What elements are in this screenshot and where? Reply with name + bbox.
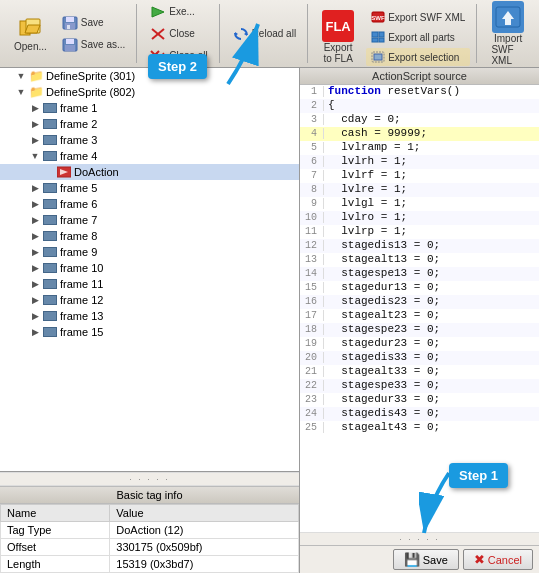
line-number: 20	[300, 352, 324, 363]
line-content: lvlrp = 1;	[328, 225, 539, 237]
line-number: 1	[300, 86, 324, 97]
cancel-action-label: Cancel	[488, 554, 522, 566]
open-button[interactable]: Open...	[8, 11, 53, 56]
fla-icon: FLA	[322, 10, 354, 42]
tree-expand-icon[interactable]: ▼	[14, 87, 28, 97]
frame-icon	[43, 311, 57, 321]
frame-icon	[43, 151, 57, 161]
tree-expand-icon[interactable]: ▶	[28, 215, 42, 225]
line-content: stagespe13 = 0;	[328, 267, 539, 279]
tree-item-label: frame 9	[60, 246, 97, 258]
tree-item[interactable]: DoAction	[0, 164, 299, 180]
close-all-button[interactable]: Close all	[145, 46, 212, 66]
exe-close-group: Exe... Close Close all	[145, 2, 212, 66]
code-line: 14 stagespe13 = 0;	[300, 267, 539, 281]
export-to-fla-label: Export	[324, 42, 353, 53]
tree-item[interactable]: ▶frame 11	[0, 276, 299, 292]
export-all-parts-button[interactable]: Export all parts	[366, 28, 470, 46]
reload-all-label: Reload all	[252, 28, 296, 39]
line-number: 24	[300, 408, 324, 419]
export-to-fla-button[interactable]: FLA Export to FLA	[316, 6, 360, 68]
frame-icon	[43, 263, 57, 273]
code-area[interactable]: 1function resetVars()2{3 cday = 0;4 cash…	[300, 85, 539, 532]
tree-item[interactable]: ▼📁DefineSprite (802)	[0, 84, 299, 100]
tree-expand-icon[interactable]: ▶	[28, 263, 42, 273]
save-button[interactable]: Save	[57, 13, 130, 33]
close-button[interactable]: Close	[145, 24, 212, 44]
tree-item[interactable]: ▶frame 12	[0, 292, 299, 308]
tree-expand-icon[interactable]: ▶	[28, 311, 42, 321]
tree-expand-icon[interactable]: ▶	[28, 279, 42, 289]
code-line: 24 stagedis43 = 0;	[300, 407, 539, 421]
import-group: Import SWF XML	[479, 4, 537, 63]
main-area: ▼📁DefineSprite (301)▼📁DefineSprite (802)…	[0, 68, 539, 573]
tree-item-label: DefineSprite (301)	[46, 70, 135, 82]
line-content: stagedis33 = 0;	[328, 351, 539, 363]
tree-expand-icon[interactable]: ▶	[28, 247, 42, 257]
tree-item[interactable]: ▶frame 9	[0, 244, 299, 260]
tree-expand-icon[interactable]: ▶	[28, 231, 42, 241]
tag-table-header-name: Name	[1, 505, 110, 522]
tree-item[interactable]: ▶frame 6	[0, 196, 299, 212]
execute-button[interactable]: Exe...	[145, 2, 212, 22]
export-swf-xml-button[interactable]: SWF Export SWF XML	[366, 8, 470, 26]
code-line: 17 stagealt23 = 0;	[300, 309, 539, 323]
tree-item[interactable]: ▶frame 1	[0, 100, 299, 116]
export-selection-button[interactable]: Export selection	[366, 48, 470, 66]
reload-all-button[interactable]: Reload all	[228, 24, 301, 44]
line-number: 16	[300, 296, 324, 307]
line-number: 25	[300, 422, 324, 433]
save-action-button[interactable]: 💾 Save	[393, 549, 459, 570]
tree-item[interactable]: ▶frame 5	[0, 180, 299, 196]
code-line: 5 lvlramp = 1;	[300, 141, 539, 155]
line-number: 17	[300, 310, 324, 321]
tree-item[interactable]: ▶frame 2	[0, 116, 299, 132]
tree-item[interactable]: ▶frame 13	[0, 308, 299, 324]
open-label: Open...	[14, 41, 47, 52]
tag-table-row: Tag TypeDoAction (12)	[1, 522, 299, 539]
line-number: 9	[300, 198, 324, 209]
svg-rect-7	[66, 39, 74, 44]
code-line: 8 lvlre = 1;	[300, 183, 539, 197]
tree-item[interactable]: ▶frame 3	[0, 132, 299, 148]
tree-item[interactable]: ▶frame 8	[0, 228, 299, 244]
tree-expand-icon[interactable]: ▼	[28, 151, 42, 161]
tree-expand-icon[interactable]: ▶	[28, 199, 42, 209]
tree-item[interactable]: ▶frame 15	[0, 324, 299, 340]
frame-icon	[43, 215, 57, 225]
tree-item[interactable]: ▼📁DefineSprite (301)	[0, 68, 299, 84]
line-number: 12	[300, 240, 324, 251]
export-options: SWF Export SWF XML Export all parts Expo…	[366, 8, 470, 66]
tree-item-icon	[42, 293, 58, 307]
line-number: 11	[300, 226, 324, 237]
doaction-icon	[57, 166, 71, 178]
tree-item[interactable]: ▶frame 10	[0, 260, 299, 276]
code-dots-separator: · · · · ·	[300, 532, 539, 545]
tree-expand-icon[interactable]: ▶	[28, 135, 42, 145]
svg-text:SWF: SWF	[371, 15, 385, 21]
line-content: stagedur13 = 0;	[328, 281, 539, 293]
line-number: 10	[300, 212, 324, 223]
tree-expand-icon[interactable]: ▶	[28, 119, 42, 129]
frame-icon	[43, 183, 57, 193]
tree-item-label: frame 15	[60, 326, 103, 338]
cancel-action-button[interactable]: ✖ Cancel	[463, 549, 533, 570]
line-content: {	[328, 99, 539, 111]
code-line: 10 lvlro = 1;	[300, 211, 539, 225]
line-number: 14	[300, 268, 324, 279]
tree-item-label: DefineSprite (802)	[46, 86, 135, 98]
save-as-button[interactable]: Save as...	[57, 35, 130, 55]
tree-expand-icon[interactable]: ▼	[14, 71, 28, 81]
svg-rect-22	[372, 38, 378, 42]
tree-expand-icon[interactable]: ▶	[28, 295, 42, 305]
app-window: Open... Save Save as... Exe...	[0, 0, 539, 573]
import-swf-xml-button[interactable]: Import SWF XML	[485, 0, 531, 70]
tree-expand-icon[interactable]: ▶	[28, 183, 42, 193]
tree-expand-icon[interactable]: ▶	[28, 327, 42, 337]
tree-expand-icon[interactable]: ▶	[28, 103, 42, 113]
save-as-label: Save as...	[81, 39, 125, 50]
tree-area[interactable]: ▼📁DefineSprite (301)▼📁DefineSprite (802)…	[0, 68, 299, 472]
tree-item[interactable]: ▶frame 7	[0, 212, 299, 228]
line-content: cday = 0;	[328, 113, 539, 125]
tree-item[interactable]: ▼frame 4	[0, 148, 299, 164]
